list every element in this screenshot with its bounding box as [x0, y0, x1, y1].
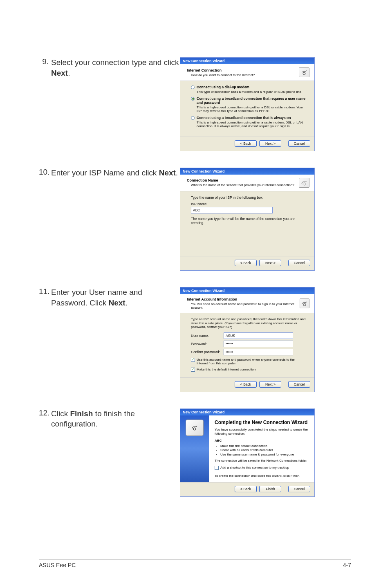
back-button[interactable]: < Back	[235, 140, 257, 147]
network-wizard-icon	[186, 420, 204, 436]
wizard9-titlebar: New Connection Wizard	[180, 58, 314, 64]
svg-point-0	[303, 72, 305, 75]
option-dialup-desc: This type of connection uses a modem and…	[197, 90, 306, 94]
cancel-button[interactable]: Cancel	[288, 486, 310, 492]
back-button[interactable]: < Back	[235, 486, 257, 492]
wizard9-header-sub: How do you want to connect to the Intern…	[191, 73, 255, 77]
isp-name-input[interactable]: ABC	[191, 207, 273, 213]
option-broadband-alwayson[interactable]: Connect using a broadband connection tha…	[191, 116, 306, 120]
confirm-password-input[interactable]: ••••••	[224, 349, 293, 355]
next-button[interactable]: Next >	[259, 260, 281, 266]
step11-number: 11.	[39, 287, 51, 296]
network-wizard-icon	[300, 298, 309, 308]
back-button[interactable]: < Back	[235, 381, 257, 388]
wizard12-p3: To create the connection and close this …	[215, 474, 309, 478]
option-dialup[interactable]: Connect using a dial-up modem	[191, 85, 306, 89]
wizard-step11: New Connection Wizard Internet Account I…	[180, 287, 315, 392]
wizard-step9: New Connection Wizard Internet Connectio…	[180, 57, 315, 151]
step10-text: Enter your ISP Name and click Next.	[51, 168, 180, 178]
svg-point-2	[303, 303, 306, 306]
back-button[interactable]: < Back	[235, 260, 257, 266]
step9-text: Select your connection type and click Ne…	[51, 57, 180, 78]
svg-point-1	[303, 183, 305, 185]
wizard-step10: New Connection Wizard Connection Name Wh…	[180, 168, 315, 271]
username-input[interactable]: ASUS	[224, 332, 293, 339]
connection-name: ABC	[215, 439, 309, 442]
next-button[interactable]: Next >	[259, 381, 281, 388]
wizard10-header-title: Connection Name	[187, 178, 294, 182]
checkbox-use-account-everyone[interactable]: ✓Use this account name and password when…	[191, 358, 306, 365]
step11-text: Enter your User name and Password. Click…	[51, 287, 180, 308]
network-wizard-icon	[299, 178, 309, 188]
wizard-step12: New Connection Wizard Completing the New…	[180, 408, 315, 497]
step9-number: 9.	[39, 57, 51, 66]
wizard11-instruction: Type an ISP account name and password, t…	[191, 317, 306, 329]
cancel-button[interactable]: Cancel	[288, 140, 310, 147]
footer-left: ASUS Eee PC	[39, 562, 76, 568]
password-input[interactable]: ••••••	[224, 341, 293, 347]
wizard10-instruction: Type the name of your ISP in the followi…	[191, 195, 306, 200]
cancel-button[interactable]: Cancel	[288, 381, 310, 388]
password-label: Password:	[191, 342, 224, 346]
finish-button[interactable]: Finish	[259, 486, 281, 492]
wizard11-titlebar: New Connection Wizard	[180, 287, 314, 294]
cancel-button[interactable]: Cancel	[288, 260, 310, 266]
wizard10-hint: The name you type here will be the name …	[191, 217, 306, 225]
wizard12-p2: The connection will be saved in the Netw…	[215, 459, 309, 463]
step10-number: 10.	[39, 168, 51, 177]
footer-page-number: 4-7	[343, 562, 351, 568]
step12-number: 12.	[39, 408, 51, 417]
step12-text: Click Finish to finish the configuration…	[51, 408, 180, 429]
wizard12-p1: You have successfully completed the step…	[215, 428, 309, 436]
network-wizard-icon	[299, 67, 309, 77]
wizard10-header-sub: What is the name of the service that pro…	[191, 183, 294, 187]
isp-name-label: ISP Name	[191, 202, 306, 206]
wizard12-titlebar: New Connection Wizard	[180, 409, 314, 415]
username-label: User name:	[191, 334, 224, 338]
checkbox-add-shortcut[interactable]: Add a shortcut to this connection to my …	[215, 466, 309, 470]
wizard11-header-sub: You will need an account name and passwo…	[191, 302, 300, 310]
next-button[interactable]: Next >	[259, 140, 281, 147]
wizard11-header-title: Internet Account Information	[187, 297, 300, 301]
checkbox-default-connection[interactable]: ✓Make this the default Internet connecti…	[191, 368, 306, 372]
option-broadband-userpass-desc: This is a high-speed connection using ei…	[197, 105, 306, 113]
confirm-password-label: Confirm password:	[191, 350, 224, 354]
wizard9-header-title: Internet Connection	[187, 68, 255, 72]
wizard12-heading: Completing the New Connection Wizard	[215, 420, 309, 425]
svg-point-3	[193, 428, 196, 430]
connection-props: Make this the default connection Share w…	[220, 444, 309, 457]
wizard10-titlebar: New Connection Wizard	[180, 168, 314, 175]
option-broadband-userpass[interactable]: Connect using a broadband connection tha…	[191, 97, 306, 105]
option-broadband-alwayson-desc: This is a high-speed connection using ei…	[197, 121, 306, 128]
